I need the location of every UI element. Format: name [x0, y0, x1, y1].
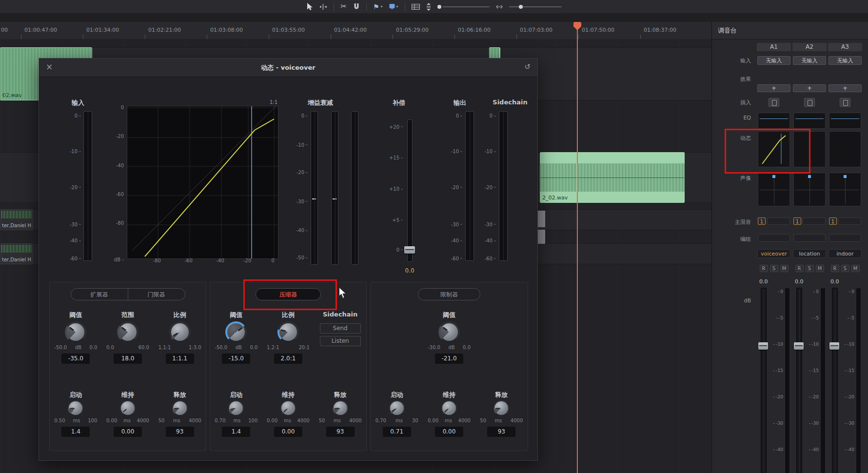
playhead-line[interactable] [577, 29, 578, 473]
fader-level-value[interactable]: 0.0 [795, 278, 804, 285]
fader-track[interactable] [832, 288, 838, 473]
trim-edit-tool-icon[interactable] [319, 3, 327, 10]
selection-tool-icon[interactable] [306, 2, 313, 11]
knob[interactable] [333, 400, 348, 416]
pan-thumbnail[interactable] [793, 173, 826, 206]
s-button[interactable]: S [770, 265, 778, 272]
m-button[interactable]: M [816, 265, 824, 272]
insert-button[interactable] [840, 98, 850, 107]
clip-fragment[interactable] [537, 230, 545, 244]
timeline-ruler[interactable]: 0001:00:47:0001:01:34:0001:02:21:0001:03… [0, 22, 711, 39]
fit-zoom-icon[interactable] [496, 5, 503, 9]
knob-value-box[interactable]: 1.4 [61, 427, 90, 437]
knob-value-box[interactable]: -15.0 [222, 354, 250, 364]
clip-fragment[interactable] [537, 211, 545, 227]
marker-caret-icon[interactable]: ▾ [396, 5, 398, 9]
flag-caret-icon[interactable]: ▾ [381, 5, 383, 9]
knob-value-box[interactable]: 1.4 [222, 427, 250, 437]
knob-value-box[interactable]: 1:1.1 [166, 354, 194, 364]
group-box[interactable] [829, 234, 861, 242]
audio-clip[interactable] [489, 47, 500, 59]
insert-button[interactable] [769, 98, 779, 107]
s-button[interactable]: S [841, 265, 849, 272]
audio-clip[interactable]: ter,Daniel H [0, 243, 33, 264]
knob-value-box[interactable]: 2.0:1 [274, 354, 302, 364]
channel-header[interactable]: A3 [828, 43, 862, 51]
eq-thumbnail[interactable] [829, 113, 861, 129]
pan-thumbnail[interactable] [758, 173, 790, 206]
dynamics-transfer-graph[interactable] [127, 106, 278, 259]
bus-assign-badge[interactable]: 1 [829, 217, 837, 225]
fader-level-value[interactable]: 0.0 [830, 278, 839, 285]
audio-clip[interactable]: ter,Daniel H [0, 209, 33, 230]
m-button[interactable]: M [780, 265, 789, 272]
reset-icon[interactable]: ↺ [524, 62, 531, 71]
snap-magnet-icon[interactable] [353, 3, 360, 10]
knob[interactable] [65, 321, 86, 343]
makeup-value[interactable]: 0.0 [399, 267, 420, 274]
knob[interactable] [228, 400, 244, 416]
bus-box[interactable] [767, 217, 790, 225]
knob[interactable] [225, 321, 247, 343]
knob-value-box[interactable]: 0.00 [114, 427, 142, 437]
eq-thumbnail[interactable] [793, 113, 826, 129]
knob-value-box[interactable]: 93 [326, 427, 355, 437]
makeup-slider-track[interactable] [407, 119, 413, 262]
knob[interactable] [172, 400, 188, 416]
knob-value-box[interactable]: 93 [487, 427, 515, 437]
knob[interactable] [120, 400, 136, 416]
track-name[interactable]: voiceover [757, 249, 790, 258]
eq-thumbnail[interactable] [758, 113, 790, 129]
sidechain-listen-button[interactable]: Listen [320, 336, 361, 346]
sidechain-send-button[interactable]: Send [320, 323, 361, 334]
fader-track[interactable] [761, 288, 767, 473]
razor-tool-icon[interactable]: ✂ [340, 3, 347, 10]
knob-value-box[interactable]: -35.0 [61, 354, 90, 364]
channel-header[interactable]: A2 [792, 43, 827, 51]
channel-input-select[interactable]: 无输入 [829, 56, 862, 65]
detail-zoom-slider[interactable] [437, 5, 490, 9]
knob[interactable] [68, 400, 83, 416]
marker-icon[interactable]: ▾ [389, 3, 398, 10]
r-button[interactable]: R [760, 265, 768, 272]
knob[interactable] [117, 321, 138, 343]
group-box[interactable] [758, 234, 790, 242]
knob-value-box[interactable]: -21.0 [435, 354, 463, 364]
knob[interactable] [277, 321, 299, 343]
dynamics-thumbnail[interactable] [829, 131, 861, 167]
add-effect-button[interactable]: + [793, 84, 826, 92]
dialog-titlebar[interactable]: × 动态 - voiceover ↺ [39, 59, 537, 77]
bus-box[interactable] [803, 217, 826, 225]
detail-zoom-track[interactable] [443, 6, 490, 7]
flag-icon[interactable]: ⚑▾ [373, 3, 383, 10]
fader-handle[interactable] [829, 342, 839, 350]
timeline-zoom-slider[interactable] [509, 6, 562, 7]
gate-tab[interactable]: 门限器 [128, 288, 185, 300]
track-height-icon[interactable] [426, 3, 431, 11]
r-button[interactable]: R [831, 265, 839, 272]
channel-input-select[interactable]: 无输入 [793, 56, 826, 65]
fader-handle[interactable] [758, 342, 768, 350]
r-button[interactable]: R [795, 265, 804, 272]
bus-assign-badge[interactable]: 1 [758, 217, 766, 225]
track-name[interactable]: indoor [829, 249, 862, 258]
knob[interactable] [493, 400, 509, 416]
channel-input-select[interactable]: 无输入 [757, 56, 790, 65]
timeline-view-options-icon[interactable] [412, 4, 420, 10]
s-button[interactable]: S [806, 265, 814, 272]
makeup-slider-handle[interactable] [404, 246, 415, 254]
knob[interactable] [169, 321, 191, 343]
knob-value-box[interactable]: 0.00 [435, 427, 463, 437]
pan-thumbnail[interactable] [829, 173, 861, 206]
insert-button[interactable] [804, 98, 815, 107]
add-effect-button[interactable]: + [829, 84, 862, 92]
detail-zoom-handle[interactable] [437, 5, 441, 9]
track-name[interactable]: location [793, 249, 826, 258]
knob-value-box[interactable]: 0.71 [383, 427, 411, 437]
m-button[interactable]: M [851, 265, 860, 272]
bus-box[interactable] [838, 217, 861, 225]
fader-level-value[interactable]: 0.0 [759, 278, 768, 285]
knob-value-box[interactable]: 0.00 [274, 427, 302, 437]
knob[interactable] [280, 400, 296, 416]
knob-value-box[interactable]: 18.0 [114, 354, 142, 364]
